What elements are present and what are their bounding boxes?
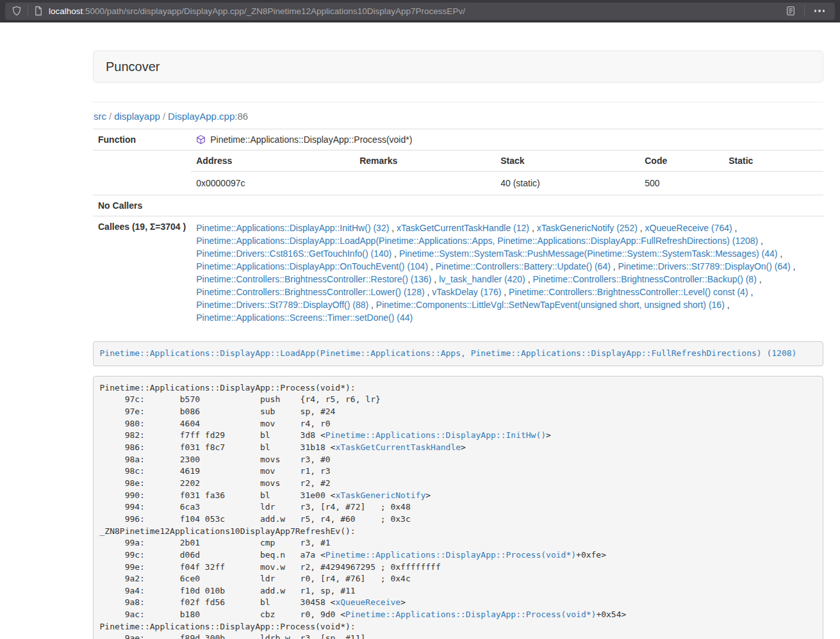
assembly-line: 994: 6ca3 ldr r3, [r4, #72] ; 0x48 <box>100 501 817 514</box>
stats-value-remarks <box>354 172 495 195</box>
stats-table: Address Remarks Stack Code Static 0x0000… <box>191 150 823 195</box>
breadcrumb-separator: / <box>106 111 114 122</box>
assembly-symbol-link[interactable]: xQueueReceive <box>335 597 400 607</box>
assembly-line: 97e: b086 sub sp, #24 <box>100 406 817 418</box>
stats-row: Address Remarks Stack Code Static 0x0000… <box>93 150 823 195</box>
callee-link[interactable]: Pinetime::Applications::DisplayApp::OnTo… <box>196 261 428 271</box>
assembly-line: Pinetime::Applications::DisplayApp::Proc… <box>100 382 817 394</box>
app-title: Puncover <box>106 60 160 74</box>
assembly-line: 99e: f04f 32ff mov.w r2, #4294967295 ; 0… <box>100 562 817 574</box>
callee-link[interactable]: Pinetime::Controllers::BrightnessControl… <box>196 274 431 284</box>
callee-link[interactable]: Pinetime::Drivers::St7789::DisplayOff() … <box>196 300 368 310</box>
assembly-symbol-link[interactable]: Pinetime::Applications::DisplayApp::Proc… <box>325 550 576 560</box>
stats-header-static: Static <box>723 150 823 172</box>
assembly-line: 9a8: f02f fd56 bl 30458 <xQueueReceive> <box>100 597 817 609</box>
callee-link[interactable]: Pinetime::Drivers::St7789::DisplayOn() (… <box>618 261 791 271</box>
page-info-icon[interactable] <box>34 6 43 16</box>
callee-link[interactable]: Pinetime::Applications::Screens::Timer::… <box>196 312 413 323</box>
function-label: Function <box>93 129 191 150</box>
callee-link[interactable]: Pinetime::Applications::DisplayApp::Load… <box>196 236 758 246</box>
callee-link[interactable]: Pinetime::Applications::DisplayApp::Init… <box>196 223 389 233</box>
breadcrumb-line-number: :86 <box>235 111 248 122</box>
assembly-line: 9a2: 6ce0 ldr r0, [r4, #76] ; 0x4c <box>100 573 817 585</box>
callee-link[interactable]: vTaskDelay (176) <box>432 287 501 297</box>
snippet-box: Pinetime::Applications::DisplayApp::Load… <box>93 341 823 366</box>
callee-link[interactable]: Pinetime::System::SystemTask::PushMessag… <box>399 248 778 259</box>
browser-toolbar: localhost:5000/path/src/displayapp/Displ… <box>0 0 840 22</box>
assembly-line: 98a: 2300 movs r3, #0 <box>100 454 817 466</box>
callee-link[interactable]: Pinetime::Controllers::BrightnessControl… <box>509 287 748 297</box>
stats-value-address: 0x0000097c <box>191 172 354 195</box>
assembly-line: 9ac: b180 cbz r0, 9d0 <Pinetime::Applica… <box>100 609 817 621</box>
page-title: Puncover <box>93 51 823 83</box>
stats-header-code: Code <box>639 150 723 172</box>
function-row: Function Pinetime::Applications::Display… <box>93 129 823 150</box>
assembly-line: 98c: 4619 mov r1, r3 <box>100 465 817 478</box>
stats-value-stack: 40 (static) <box>495 172 639 195</box>
assembly-line: 982: f7ff fd29 bl 3d8 <Pinetime::Applica… <box>100 430 817 442</box>
url-host: localhost <box>49 6 83 16</box>
page-container: Puncover src/displayapp/DisplayApp.cpp:8… <box>93 51 823 639</box>
callee-link[interactable]: xTaskGetCurrentTaskHandle (12) <box>397 223 529 233</box>
callers-row: No Callers <box>93 195 823 216</box>
stats-value-code: 500 <box>639 172 723 195</box>
shield-icon[interactable] <box>12 6 22 16</box>
assembly-line: 996: f104 053c add.w r5, r4, #60 ; 0x3c <box>100 514 817 526</box>
assembly-line: Pinetime::Applications::DisplayApp::Proc… <box>100 621 817 633</box>
callee-link[interactable]: xQueueReceive (764) <box>645 223 732 233</box>
assembly-line: 980: 4604 mov r4, r0 <box>100 418 817 430</box>
no-callers-label: No Callers <box>93 195 191 216</box>
assembly-code: Pinetime::Applications::DisplayApp::Proc… <box>93 376 823 639</box>
function-name: Pinetime::Applications::DisplayApp::Proc… <box>210 134 412 145</box>
assembly-line: 99a: 2b01 cmp r3, #1 <box>100 537 817 549</box>
callees-row: Callees (19, Σ=3704 ) Pinetime::Applicat… <box>93 216 823 330</box>
assembly-line: 97c: b570 push {r4, r5, r6, lr} <box>100 394 817 406</box>
callees-label: Callees (19, Σ=3704 ) <box>93 216 191 330</box>
url-path: :5000/path/src/displayapp/DisplayApp.cpp… <box>83 6 465 16</box>
divider <box>93 102 823 102</box>
breadcrumb-separator: / <box>160 111 168 122</box>
url-text[interactable]: localhost:5000/path/src/displayapp/Displ… <box>49 6 783 16</box>
breadcrumb-link-file[interactable]: DisplayApp.cpp <box>168 111 235 122</box>
callee-link[interactable]: Pinetime::Controllers::BrightnessControl… <box>532 274 756 284</box>
divider <box>804 5 805 17</box>
assembly-symbol-link[interactable]: Pinetime::Applications::DisplayApp::Init… <box>325 430 546 440</box>
divider <box>28 5 28 17</box>
stats-value-static <box>723 172 823 195</box>
assembly-line: 99c: d06d beq.n a7a <Pinetime::Applicati… <box>100 549 817 562</box>
callee-link[interactable]: Pinetime::Components::LittleVgl::SetNewT… <box>376 300 725 310</box>
assembly-symbol-link[interactable]: xTaskGetCurrentTaskHandle <box>335 442 461 452</box>
callee-link[interactable]: Pinetime::Drivers::Cst816S::GetTouchInfo… <box>196 248 391 259</box>
snippet-link[interactable]: Pinetime::Applications::DisplayApp::Load… <box>100 348 797 358</box>
assembly-line: 9ae: f89d 300b ldrb.w r3, [sp, #11] <box>100 633 817 639</box>
stats-header-stack: Stack <box>495 150 639 172</box>
reader-mode-icon[interactable] <box>783 6 798 16</box>
callee-link[interactable]: xTaskGenericNotify (252) <box>537 223 638 233</box>
function-table: Function Pinetime::Applications::Display… <box>93 129 823 329</box>
assembly-line: _ZN8Pinetime12Applications10DisplayApp7R… <box>100 526 817 538</box>
assembly-line: 986: f031 f8c7 bl 31b18 <xTaskGetCurrent… <box>100 442 817 454</box>
callee-link[interactable]: Pinetime::Controllers::BrightnessControl… <box>196 287 424 297</box>
callees-list: Pinetime::Applications::DisplayApp::Init… <box>191 216 823 330</box>
assembly-symbol-link[interactable]: Pinetime::Applications::DisplayApp::Proc… <box>345 610 596 619</box>
breadcrumb: src/displayapp/DisplayApp.cpp:86 <box>94 111 823 122</box>
package-icon <box>196 134 206 145</box>
callee-link[interactable]: lv_task_handler (420) <box>439 274 525 284</box>
address-bar[interactable]: localhost:5000/path/src/displayapp/Displ… <box>5 3 835 20</box>
breadcrumb-link-src[interactable]: src <box>94 111 106 122</box>
assembly-symbol-link[interactable]: xTaskGenericNotify <box>335 490 425 500</box>
stats-header-address: Address <box>191 150 354 172</box>
assembly-line: 990: f031 fa36 bl 31e00 <xTaskGenericNot… <box>100 490 817 502</box>
breadcrumb-link-displayapp[interactable]: displayapp <box>114 111 160 122</box>
assembly-line: 98e: 2202 movs r2, #2 <box>100 478 817 490</box>
page-actions-menu-icon[interactable] <box>811 10 829 12</box>
callee-link[interactable]: Pinetime::Controllers::Battery::Update()… <box>436 261 611 271</box>
stats-header-remarks: Remarks <box>354 150 495 172</box>
assembly-line: 9a4: f10d 010b add.w r1, sp, #11 <box>100 585 817 597</box>
